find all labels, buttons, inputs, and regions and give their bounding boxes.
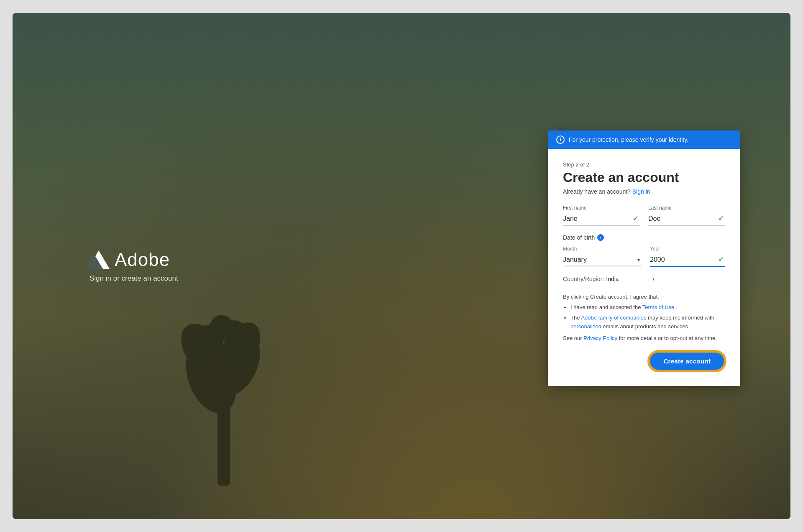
last-name-label: Last name [648, 205, 725, 211]
terms-of-use-link[interactable]: Terms of Use [642, 304, 675, 310]
country-region-row: Country/Region India United States Unite… [563, 275, 725, 283]
modal-container: i For your protection, please verify you… [548, 130, 740, 386]
main-frame: Adobe Sign in or create an account i For… [13, 13, 790, 519]
first-name-checkmark: ✓ [633, 215, 638, 223]
month-label: Month [563, 246, 642, 252]
create-account-button[interactable]: Create account [649, 351, 725, 371]
adobe-family-link[interactable]: Adobe family of companies [581, 315, 646, 321]
last-name-field: Last name ✓ [648, 205, 725, 226]
consent-section: By clicking Create account, I agree that… [563, 293, 725, 343]
adobe-branding: Adobe Sign in or create an account [88, 249, 178, 283]
dob-label: Date of birth [563, 234, 595, 241]
notification-text: For your protection, please verify your … [569, 136, 688, 143]
svg-point-7 [210, 315, 233, 338]
info-icon: i [556, 136, 565, 144]
privacy-policy-link[interactable]: Privacy Policy [583, 335, 617, 341]
privacy-post-text: for more details or to opt-out at any ti… [617, 335, 717, 341]
sign-in-prompt: Already have an account? Sign in [563, 188, 725, 195]
dob-info-icon[interactable]: i [597, 234, 604, 241]
dob-row: Month January February March April May J… [563, 246, 725, 267]
first-name-label: First name [563, 205, 640, 211]
year-input[interactable] [650, 253, 725, 267]
dob-label-row: Date of birth i [563, 234, 725, 241]
country-select[interactable]: India United States United Kingdom Austr… [606, 276, 655, 282]
see-our-text: See our [563, 335, 583, 341]
year-field: Year ✓ [650, 246, 725, 267]
sign-in-link[interactable]: Sign in [632, 188, 650, 195]
adobe-logo-row: Adobe [88, 249, 170, 270]
last-name-checkmark: ✓ [718, 215, 724, 223]
consent-item-1: I have read and accepted the Terms of Us… [570, 303, 725, 312]
tree-silhouette [167, 297, 284, 486]
consent-intro: By clicking Create account, I agree that… [563, 294, 659, 300]
modal-body: Step 2 of 2 Create an account Already ha… [548, 149, 740, 386]
notification-bar: i For your protection, please verify you… [548, 130, 740, 149]
name-row: First name ✓ Last name ✓ [563, 205, 725, 226]
personalized-link[interactable]: personalized [570, 323, 601, 330]
consent-item-2: The Adobe family of companies may keep m… [570, 314, 725, 331]
country-label: Country/Region [563, 276, 604, 282]
year-label: Year [650, 246, 725, 252]
country-select-wrapper: India United States United Kingdom Austr… [606, 275, 655, 283]
svg-point-9 [235, 343, 254, 361]
year-checkmark: ✓ [718, 256, 724, 263]
step-label: Step 2 of 2 [563, 161, 725, 168]
consent-list: I have read and accepted the Terms of Us… [563, 303, 725, 331]
month-field: Month January February March April May J… [563, 246, 642, 267]
first-name-field: First name ✓ [563, 205, 640, 226]
first-name-input[interactable] [563, 212, 640, 226]
adobe-logo-icon [88, 251, 110, 269]
month-select[interactable]: January February March April May June Ju… [563, 253, 642, 266]
adobe-tagline: Sign in or create an account [90, 274, 178, 283]
svg-point-8 [190, 345, 211, 366]
last-name-input[interactable] [648, 212, 725, 226]
adobe-wordmark: Adobe [115, 249, 170, 270]
button-row: Create account [563, 351, 725, 371]
page-title: Create an account [563, 170, 725, 185]
dob-section: Date of birth i Month January February M… [563, 234, 725, 267]
